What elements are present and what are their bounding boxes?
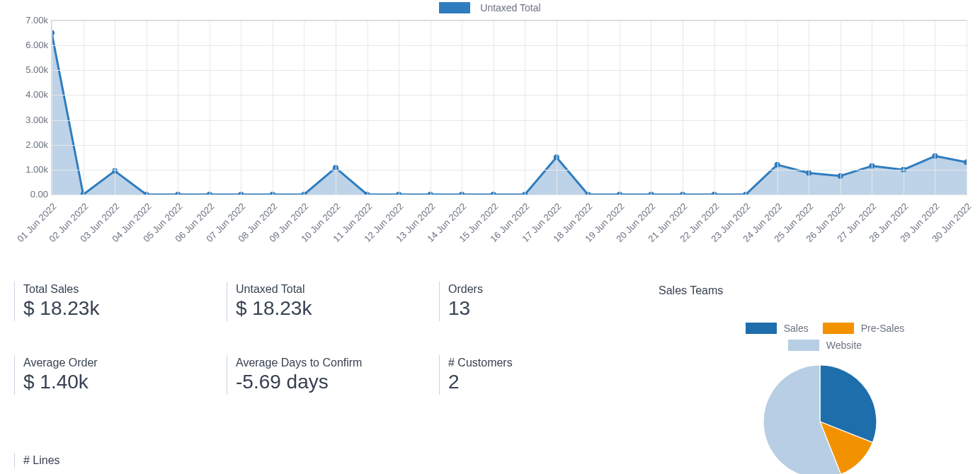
kpi-orders: Orders 13 bbox=[439, 282, 639, 321]
sales-teams-title: Sales Teams bbox=[659, 284, 723, 297]
pie-legend-label: Pre-Sales bbox=[861, 323, 904, 334]
kpi-average-order: Average Order $ 1.40k bbox=[14, 355, 215, 395]
pie-swatch-presales bbox=[823, 323, 854, 334]
kpi-label: Average Days to Confirm bbox=[236, 357, 427, 369]
kpi-total-sales: Total Sales $ 18.23k bbox=[14, 282, 215, 321]
pie-legend-label: Website bbox=[826, 340, 862, 351]
pie-legend-item-presales: Pre-Sales bbox=[823, 323, 904, 334]
kpi-label: # Lines bbox=[23, 454, 215, 467]
y-tick-label: 1.00k bbox=[14, 163, 48, 174]
kpi-value: $ 18.23k bbox=[23, 297, 215, 320]
pie-legend-item-website: Website bbox=[788, 340, 862, 351]
line-chart-plot bbox=[51, 20, 967, 195]
y-tick-label: 4.00k bbox=[14, 89, 48, 100]
pie-legend-item-sales: Sales bbox=[746, 323, 809, 334]
kpi-value: 2 bbox=[448, 371, 639, 393]
kpi-value: 13 bbox=[448, 297, 639, 320]
kpi-value: $ 1.40k bbox=[23, 371, 215, 393]
y-tick-label: 6.00k bbox=[14, 40, 48, 50]
kpi-untaxed-total: Untaxed Total $ 18.23k bbox=[227, 282, 427, 321]
line-chart-svg bbox=[52, 21, 967, 195]
kpi-avg-days: Average Days to Confirm -5.69 days bbox=[227, 355, 427, 395]
kpi-label: Total Sales bbox=[23, 283, 215, 296]
kpi-label: Average Order bbox=[23, 357, 215, 369]
kpi-label: Untaxed Total bbox=[236, 283, 427, 296]
pie-legend: Sales Pre-Sales Website bbox=[715, 320, 935, 354]
y-tick-label: 2.00k bbox=[14, 139, 48, 149]
kpi-label: # Customers bbox=[448, 357, 639, 369]
y-tick-label: 3.00k bbox=[14, 114, 48, 125]
legend-label-untaxed: Untaxed Total bbox=[480, 2, 540, 13]
y-tick-label: 5.00k bbox=[14, 64, 48, 75]
kpi-value: $ 18.23k bbox=[236, 297, 427, 320]
y-tick-label: 7.00k bbox=[14, 15, 48, 25]
legend-swatch-untaxed bbox=[439, 2, 470, 13]
pie-swatch-website bbox=[788, 340, 819, 351]
pie-legend-label: Sales bbox=[784, 323, 809, 334]
chart-legend-top: Untaxed Total bbox=[14, 1, 966, 13]
pie-chart bbox=[763, 365, 877, 474]
pie-swatch-sales bbox=[746, 323, 777, 334]
line-chart-panel: Untaxed Total 0.001.00k2.00k3.00k4.00k5.… bbox=[14, 0, 966, 248]
kpi-customers: # Customers 2 bbox=[439, 355, 639, 395]
kpi-label: Orders bbox=[448, 283, 639, 296]
kpi-lines: # Lines bbox=[14, 453, 215, 468]
y-tick-label: 0.00 bbox=[14, 189, 48, 200]
kpi-value: -5.69 days bbox=[236, 371, 427, 393]
